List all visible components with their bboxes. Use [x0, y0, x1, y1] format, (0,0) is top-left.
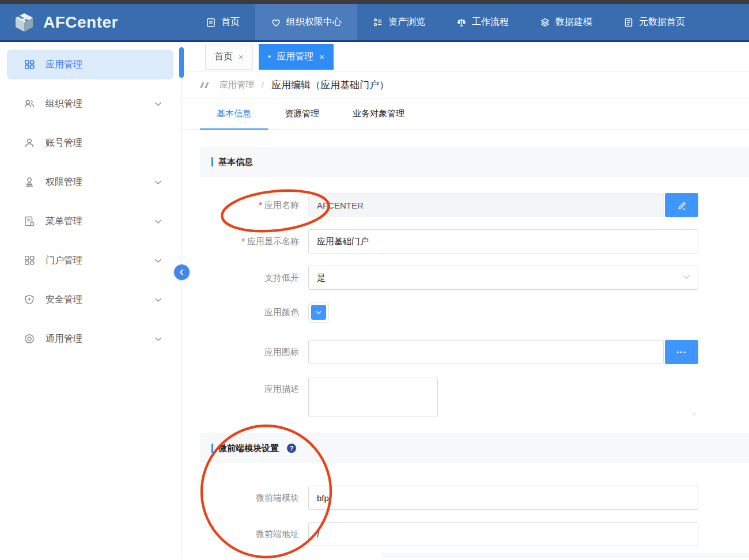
gear-icon — [24, 333, 35, 345]
micro-frontend-form: 微前端模块 微前端地址 — [181, 463, 749, 546]
asset-list-icon — [373, 17, 383, 28]
sidebar-item-account-management[interactable]: 账号管理 — [7, 128, 173, 158]
nav-item-org-permission-center[interactable]: 组织权限中心 — [255, 4, 357, 40]
basic-info-form: *应用名称 *应用显示名称 — [181, 177, 749, 419]
tab-label: 业务对象管理 — [353, 108, 404, 119]
resize-handle-icon[interactable] — [691, 411, 696, 416]
layers-icon — [540, 17, 550, 28]
chevron-down-icon — [154, 297, 162, 302]
browse-icon-button[interactable]: ••• — [665, 340, 698, 364]
sidebar-item-general-management[interactable]: 通用管理 — [7, 324, 173, 354]
pencil-icon — [676, 200, 687, 210]
chevron-down-icon — [154, 336, 162, 342]
nav-item-label: 组织权限中心 — [286, 16, 342, 28]
field-label: 应用图标 — [181, 340, 308, 364]
left-sidebar: 应用管理 组织管理 账号管理 — [0, 42, 181, 558]
micro-module-input[interactable] — [308, 486, 698, 510]
close-icon[interactable]: × — [319, 52, 324, 62]
nav-item-label: 数据建模 — [555, 16, 592, 28]
tab-label: 资源管理 — [285, 108, 319, 119]
nav-item-home[interactable]: 首页 — [190, 4, 255, 40]
tab-label: 基本信息 — [217, 108, 251, 119]
tab-basic-info[interactable]: 基本信息 — [200, 99, 268, 129]
help-icon[interactable]: ? — [287, 444, 296, 453]
chevron-down-icon — [154, 101, 162, 107]
logo-cube-icon — [13, 11, 36, 34]
field-label: 应用颜色 — [181, 302, 308, 323]
micro-url-input[interactable] — [308, 522, 698, 546]
section-accent-bar — [211, 157, 213, 167]
page-tab-app-management[interactable]: ● 应用管理 × — [259, 44, 334, 70]
breadcrumb-parent[interactable]: 应用管理 — [220, 80, 254, 90]
section-title: 微前端模块设置 — [218, 443, 279, 454]
breadcrumb-current: 应用编辑（应用基础门户） — [271, 78, 389, 92]
sidebar-item-org-management[interactable]: 组织管理 — [7, 89, 173, 119]
sidebar-item-app-management[interactable]: 应用管理 — [7, 50, 173, 80]
window-top-strip — [0, 0, 749, 4]
form-row-app-name: *应用名称 — [181, 193, 749, 217]
form-row-micro-module: 微前端模块 — [181, 486, 749, 510]
sidebar-item-menu-management[interactable]: 菜单管理 — [7, 206, 173, 236]
page-tab-home[interactable]: 首页 × — [205, 44, 253, 70]
chevron-down-icon — [154, 258, 162, 263]
edit-app-name-button[interactable] — [665, 193, 698, 217]
shield-plus-icon — [24, 294, 35, 305]
portal-grid-icon — [24, 255, 35, 266]
sidebar-item-portal-management[interactable]: 门户管理 — [7, 245, 173, 275]
nav-item-workflow[interactable]: 工作流程 — [441, 4, 524, 40]
sidebar-item-permission-management[interactable]: 权限管理 — [7, 167, 173, 197]
form-row-app-description: 应用描述 — [181, 377, 749, 419]
top-navbar: AFCenter 首页 组织权限中心 — [0, 4, 749, 42]
nav-item-label: 首页 — [221, 16, 240, 28]
app-display-name-input[interactable] — [308, 229, 698, 253]
chevron-down-icon — [154, 219, 162, 224]
detail-tabs: 基本信息 资源管理 业务对象管理 — [181, 99, 749, 130]
sidebar-scroll-indicator — [179, 47, 184, 78]
close-icon[interactable]: × — [239, 52, 244, 62]
stamp-icon — [24, 176, 35, 188]
nav-item-label: 元数据首页 — [639, 16, 685, 28]
section-accent-bar — [211, 444, 213, 453]
section-header-basic-info: 基本信息 — [200, 147, 749, 177]
app-grid-icon — [24, 59, 35, 70]
app-name-input[interactable] — [308, 193, 664, 217]
nav-item-asset-browse[interactable]: 资产浏览 — [357, 4, 441, 40]
logo-text: AFCenter — [43, 13, 118, 32]
sidebar-item-label: 通用管理 — [46, 333, 144, 345]
sidebar-collapse-button[interactable] — [174, 264, 190, 280]
next-section-strip — [382, 553, 749, 558]
sidebar-item-label: 账号管理 — [46, 137, 162, 149]
app-color-picker[interactable] — [308, 302, 329, 323]
page-tab-bar: 首页 × ● 应用管理 × — [181, 42, 749, 71]
sidebar-item-label: 门户管理 — [46, 255, 144, 267]
sidebar-item-label: 菜单管理 — [46, 215, 144, 228]
low-code-select[interactable] — [308, 266, 698, 290]
sidebar-item-label: 组织管理 — [46, 98, 144, 110]
sidebar-item-security-management[interactable]: 安全管理 — [7, 285, 173, 315]
nav-item-label: 资产浏览 — [388, 16, 425, 28]
form-row-low-code-support: 支持低开 — [181, 266, 749, 290]
sidebar-item-label: 安全管理 — [46, 294, 144, 306]
document-icon — [206, 17, 216, 28]
active-dot-icon: ● — [268, 54, 271, 59]
nav-item-data-modeling[interactable]: 数据建模 — [524, 4, 608, 40]
heart-icon — [271, 17, 281, 28]
app-icon-input[interactable] — [308, 340, 664, 364]
tab-resource-management[interactable]: 资源管理 — [268, 99, 336, 129]
required-mark: * — [259, 200, 262, 210]
section-title: 基本信息 — [218, 157, 253, 168]
app-description-textarea[interactable] — [308, 377, 438, 417]
person-icon — [24, 137, 35, 149]
main-content: 首页 × ● 应用管理 × 应用管理 / 应用编辑（应用基础门户） 基本信 — [181, 42, 749, 558]
form-row-micro-url: 微前端地址 — [181, 522, 749, 546]
more-icon: ••• — [676, 349, 687, 355]
field-label: 应用描述 — [181, 377, 308, 401]
tab-business-object-management[interactable]: 业务对象管理 — [336, 99, 421, 129]
nav-item-metadata-home[interactable]: 元数据首页 — [608, 4, 701, 40]
form-row-app-color: 应用颜色 — [181, 302, 749, 323]
metadata-doc-icon — [623, 17, 634, 28]
tab-label: 应用管理 — [277, 51, 313, 63]
form-row-app-display-name: *应用显示名称 — [181, 229, 749, 253]
form-row-app-icon: 应用图标 ••• — [181, 340, 749, 364]
top-nav-menu: 首页 组织权限中心 资产浏览 — [190, 4, 701, 40]
